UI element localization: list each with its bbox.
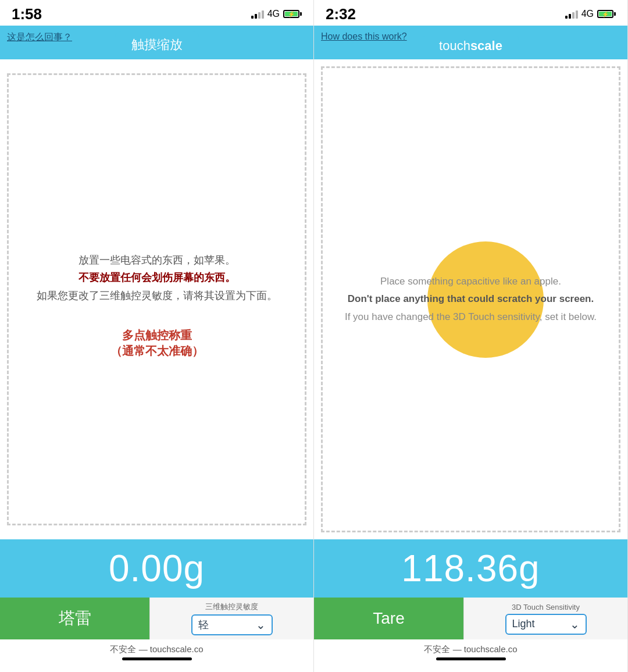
right-sensitivity-select[interactable]: Light ⌄ — [505, 614, 587, 635]
right-instr-line1: Place something capacitive like an apple… — [380, 276, 561, 287]
right-scale-area: Place something capacitive like an apple… — [314, 59, 627, 539]
left-phone-panel: 1:58 4G ⚡ 这是怎么回事？ 触摸缩放 放置一些电容式的东西，如苹果。 — [0, 0, 314, 672]
left-instruction: 放置一些电容式的东西，如苹果。 不要放置任何会划伤屏幕的东西。 如果您更改了三维… — [25, 240, 289, 317]
left-instr-line3: 如果您更改了三维触控灵敏度，请将其设置为下面。 — [37, 290, 277, 301]
right-weight-value: 118.36g — [401, 547, 540, 590]
left-battery-icon: ⚡ — [283, 10, 302, 18]
left-header-bar: 这是怎么回事？ 触摸缩放 — [0, 26, 313, 59]
left-signal-bars — [251, 9, 264, 19]
left-sensitivity-section: 三维触控灵敏度 轻 ⌄ — [149, 598, 313, 639]
left-tare-button[interactable]: 塔雷 — [0, 598, 149, 639]
right-home-indicator — [436, 657, 506, 660]
left-bottom-text: 不安全 — touchscale.co — [0, 639, 313, 672]
right-bottom-controls: Tare 3D Touch Sensitivity Light ⌄ — [314, 598, 627, 639]
right-sensitivity-label: 3D Touch Sensitivity — [512, 603, 580, 611]
right-app-title-tab: touchscale — [423, 34, 519, 59]
left-sensitivity-select[interactable]: 轻 ⌄ — [191, 614, 273, 635]
left-chevron-down-icon: ⌄ — [256, 618, 266, 632]
right-status-bar: 2:32 4G ⚡ — [314, 0, 627, 26]
right-dashed-border: Place something capacitive like an apple… — [321, 66, 620, 532]
left-status-icons: 4G ⚡ — [251, 9, 302, 19]
left-mt-title: 多点触控称重 — [110, 328, 204, 343]
left-dashed-border: 放置一些电容式的东西，如苹果。 不要放置任何会划伤屏幕的东西。 如果您更改了三维… — [7, 73, 306, 525]
right-sensitivity-section: 3D Touch Sensitivity Light ⌄ — [463, 598, 627, 639]
left-sensitivity-value: 轻 — [198, 618, 209, 632]
left-mt-sub: （通常不太准确） — [110, 343, 204, 359]
right-sensitivity-value: Light — [512, 618, 535, 630]
right-weight-display: 118.36g — [314, 539, 627, 598]
left-weight-display: 0.00g — [0, 539, 313, 598]
right-instruction: Place something capacitive like an apple… — [327, 261, 614, 338]
right-lte: 4G — [581, 9, 594, 19]
right-phone-panel: 2:32 4G ⚡ How does this work? touchscale — [314, 0, 628, 672]
right-status-icons: 4G ⚡ — [565, 9, 616, 19]
left-sensitivity-label: 三维触控灵敏度 — [205, 602, 258, 612]
right-battery-icon: ⚡ — [597, 10, 616, 18]
right-how-link[interactable]: How does this work? — [321, 31, 407, 42]
right-app-title-scale: scale — [470, 38, 502, 53]
left-scale-area: 放置一些电容式的东西，如苹果。 不要放置任何会划伤屏幕的东西。 如果您更改了三维… — [0, 59, 313, 539]
left-instr-line1: 放置一些电容式的东西，如苹果。 — [78, 254, 236, 266]
right-time: 2:32 — [326, 5, 356, 23]
right-unsafe-text: 不安全 — touchscale.co — [424, 644, 517, 654]
left-instr-line2: 不要放置任何会划伤屏幕的东西。 — [78, 272, 236, 283]
left-multitouch-label: 多点触控称重 （通常不太准确） — [110, 328, 204, 359]
right-bottom-text: 不安全 — touchscale.co — [314, 639, 627, 672]
left-time: 1:58 — [12, 5, 42, 23]
right-instr-line2: Don't place anything that could scratch … — [348, 293, 594, 304]
right-header-bar: How does this work? touchscale — [314, 26, 627, 59]
right-chevron-down-icon: ⌄ — [570, 617, 580, 631]
left-bottom-controls: 塔雷 三维触控灵敏度 轻 ⌄ — [0, 598, 313, 639]
left-app-title: 触摸缩放 — [131, 37, 183, 52]
right-app-title-touch: touch — [439, 38, 470, 53]
right-tare-button[interactable]: Tare — [314, 598, 463, 639]
left-weight-value: 0.00g — [109, 547, 205, 590]
left-lte: 4G — [267, 9, 280, 19]
right-signal-bars — [565, 9, 578, 19]
left-how-link[interactable]: 这是怎么回事？ — [7, 31, 72, 44]
left-home-indicator — [122, 657, 192, 660]
right-instr-line3: If you have changed the 3D Touch sensiti… — [345, 311, 597, 322]
left-status-bar: 1:58 4G ⚡ — [0, 0, 313, 26]
left-app-title-tab: 触摸缩放 — [115, 31, 199, 59]
right-app-title: touchscale — [439, 38, 502, 53]
left-unsafe-text: 不安全 — touchscale.co — [110, 644, 203, 654]
